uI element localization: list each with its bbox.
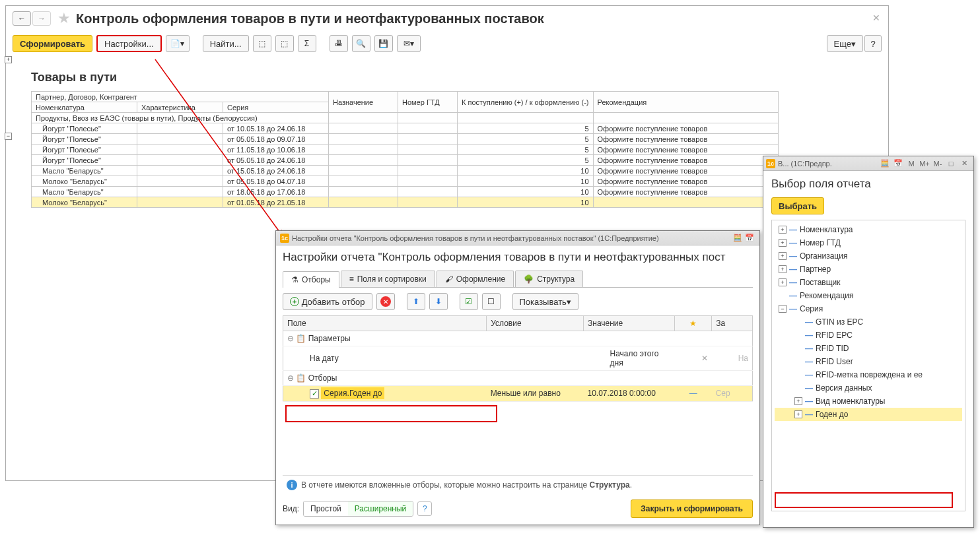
group-row[interactable]: Продукты, Ввоз из ЕАЭС (товары в пути), …: [32, 113, 779, 123]
view-extended[interactable]: Расширенный: [348, 501, 413, 516]
m-minus-button[interactable]: M-: [931, 160, 944, 168]
tab-fields[interactable]: ≡Поля и сортировки: [341, 271, 435, 287]
expand-icon[interactable]: +: [779, 265, 787, 273]
favorite-star-icon[interactable]: ★: [57, 10, 71, 27]
expand-all-icon[interactable]: +: [5, 56, 12, 63]
app-1c-icon: 1c: [280, 234, 289, 243]
expand-icon[interactable]: +: [779, 226, 787, 234]
select-button[interactable]: Выбрать: [771, 197, 824, 214]
maximize-icon[interactable]: □: [944, 160, 958, 168]
more-button[interactable]: Еще ▾: [827, 35, 863, 52]
table-row[interactable]: Йогурт "Полесье"от 10.05.18 до 24.06.185…: [32, 123, 779, 134]
check-all-button[interactable]: ☑: [460, 293, 478, 310]
tree-item[interactable]: —RFID User: [775, 355, 962, 368]
view-toggle: Простой Расширенный: [303, 501, 413, 517]
move-down-button[interactable]: ⬇: [429, 293, 448, 310]
tree-item[interactable]: +—Партнер: [775, 263, 962, 276]
th-title: За: [712, 316, 753, 331]
save-icon[interactable]: 💾: [374, 35, 393, 52]
table-row[interactable]: Молоко "Беларусь"от 05.05.18 до 04.07.18…: [32, 176, 779, 187]
checkbox-icon[interactable]: ✓: [310, 389, 319, 399]
col-dest: Назначение: [329, 92, 398, 113]
calendar-icon[interactable]: 📅: [744, 233, 755, 243]
tree-item[interactable]: +—Номенклатура: [775, 223, 962, 236]
m-button[interactable]: M: [905, 160, 918, 168]
variants-icon[interactable]: 📄▾: [166, 35, 190, 52]
uncheck-all-button[interactable]: ☐: [482, 293, 501, 310]
dash-icon: —: [789, 238, 797, 247]
tab-design[interactable]: 🖌Оформление: [437, 271, 514, 287]
table-row[interactable]: Молоко "Беларусь"от 01.05.18 до 21.05.18…: [32, 197, 779, 208]
expand-icon[interactable]: ⬚: [253, 35, 271, 52]
tree-item[interactable]: —RFID TID: [775, 342, 962, 355]
print-icon[interactable]: 🖶: [330, 35, 348, 52]
tab-fields-label: Поля и сортировки: [357, 274, 427, 284]
tab-filters[interactable]: ⚗Отборы: [283, 271, 339, 288]
tree-label: Номенклатура: [800, 225, 853, 234]
expand-icon[interactable]: +: [794, 397, 802, 405]
tree-item[interactable]: +—Номер ГТД: [775, 236, 962, 249]
show-button[interactable]: Показывать ▾: [512, 293, 578, 310]
collapse-icon[interactable]: ⬚: [275, 35, 294, 52]
sel-field: Серия.Годен до: [321, 387, 384, 399]
settings-heading: Настройки отчета "Контроль оформления то…: [283, 251, 753, 264]
table-row[interactable]: Йогурт "Полесье"от 05.05.18 до 24.06.185…: [32, 155, 779, 166]
collapse-group-icon[interactable]: −: [5, 133, 12, 140]
row-filters-group[interactable]: ⊖ 📋 Отборы: [283, 371, 753, 386]
th-star: ★: [675, 316, 712, 331]
table-row[interactable]: Масло "Беларусь"от 18.05.18 до 17.06.181…: [32, 187, 779, 197]
view-simple[interactable]: Простой: [304, 501, 348, 516]
table-row[interactable]: Йогурт "Полесье"от 05.05.18 до 09.07.185…: [32, 134, 779, 145]
tree-item[interactable]: +—Годен до: [775, 408, 962, 421]
sel-value: 10.07.2018 0:00:00: [584, 386, 675, 402]
move-up-button[interactable]: ⬆: [407, 293, 425, 310]
calendar2-icon[interactable]: 📅: [892, 159, 905, 168]
tree-item[interactable]: +—Поставщик: [775, 276, 962, 289]
tree-item[interactable]: —Рекомендация: [775, 289, 962, 302]
nav-forward-button[interactable]: →: [32, 11, 51, 26]
row-on-date[interactable]: На дату Начало этого дня ✕ На: [283, 346, 753, 371]
help-button[interactable]: ?: [864, 35, 882, 52]
report-table: Партнер, Договор, Контрагент Назначение …: [31, 91, 779, 208]
expand-icon[interactable]: +: [794, 410, 802, 418]
row-params[interactable]: ⊖ 📋 Параметры: [283, 331, 753, 346]
row-selected-filter[interactable]: ✓ Серия.Годен до Меньше или равно 10.07.…: [283, 386, 753, 402]
close-and-generate-button[interactable]: Закрыть и сформировать: [631, 499, 753, 518]
tree-item[interactable]: —GTIN из EPC: [775, 315, 962, 329]
tree-label: Версия данных: [816, 383, 872, 393]
expand-icon[interactable]: +: [779, 278, 787, 286]
tree-item[interactable]: −—Серия: [775, 302, 962, 315]
tree-item[interactable]: —Версия данных: [775, 381, 962, 395]
calc2-icon[interactable]: 🧮: [878, 159, 892, 168]
find-button[interactable]: Найти...: [203, 35, 249, 52]
expand-icon[interactable]: +: [779, 239, 787, 247]
table-row[interactable]: Масло "Беларусь"от 15.05.18 до 24.06.181…: [32, 166, 779, 176]
preview-icon[interactable]: 🔍: [352, 35, 370, 52]
expand-icon[interactable]: −: [779, 305, 787, 313]
dash-icon: —: [805, 331, 813, 340]
tab-struct[interactable]: 🌳Структура: [515, 271, 583, 287]
tree-item[interactable]: +—Организация: [775, 249, 962, 263]
email-icon[interactable]: ✉▾: [397, 35, 421, 52]
help-icon[interactable]: ?: [417, 501, 432, 516]
close2-icon[interactable]: ✕: [958, 159, 971, 168]
tree-item[interactable]: —RFID-метка повреждена и ее: [775, 368, 962, 381]
bottom-bar: Вид: Простой Расширенный ? Закрыть и сфо…: [283, 499, 753, 518]
nav-back-button[interactable]: ←: [13, 11, 31, 26]
expand-icon[interactable]: +: [779, 252, 787, 260]
close-icon[interactable]: ✕: [872, 13, 880, 23]
on-date-title: На: [712, 346, 753, 371]
calc-icon[interactable]: 🧮: [732, 233, 744, 243]
tree-item[interactable]: +—Вид номенклатуры: [775, 395, 962, 408]
delete-filter-button[interactable]: ✕: [376, 293, 395, 310]
view-label: Вид:: [283, 504, 299, 513]
sum-icon[interactable]: Σ: [298, 35, 316, 52]
app-1c-icon: 1c: [766, 159, 775, 168]
m-plus-button[interactable]: M+: [918, 160, 931, 168]
generate-button[interactable]: Сформировать: [13, 35, 92, 52]
table-row[interactable]: Йогурт "Полесье"от 11.05.18 до 10.06.185…: [32, 145, 779, 155]
col-char: Характеристика: [137, 102, 223, 113]
tree-item[interactable]: —RFID EPC: [775, 329, 962, 342]
settings-button[interactable]: Настройки...: [96, 35, 162, 52]
add-filter-button[interactable]: + Добавить отбор: [283, 293, 372, 310]
